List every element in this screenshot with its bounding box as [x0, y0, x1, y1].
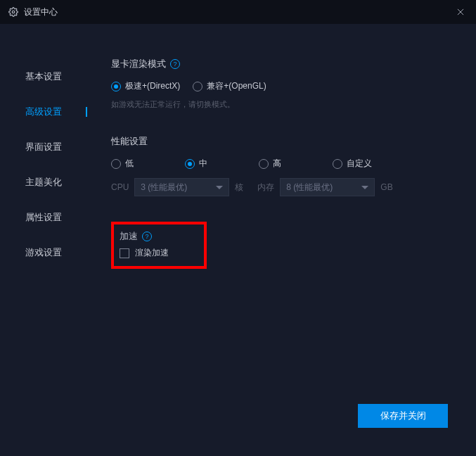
- save-button-label: 保存并关闭: [380, 410, 426, 422]
- render-mode-title: 显卡渲染模式: [111, 58, 166, 70]
- radio-label: 中: [199, 158, 207, 170]
- mem-unit: GB: [380, 182, 392, 192]
- radio-label: 极速+(DirectX): [125, 80, 180, 92]
- section-title: 显卡渲染模式 ?: [111, 58, 455, 70]
- radio-circle-icon: [111, 82, 121, 91]
- sidebar-item-basic[interactable]: 基本设置: [0, 59, 90, 94]
- radio-label: 低: [125, 158, 134, 170]
- highlight-box: 加速 ? 渲染加速: [111, 222, 207, 269]
- sidebar-item-property[interactable]: 属性设置: [0, 200, 90, 235]
- radio-circle-icon: [259, 159, 269, 169]
- section-acceleration: 加速 ? 渲染加速: [111, 222, 455, 269]
- radio-custom[interactable]: 自定义: [333, 158, 406, 170]
- radio-low[interactable]: 低: [111, 158, 185, 170]
- mem-dropdown[interactable]: 8 (性能最优): [280, 178, 375, 196]
- help-icon[interactable]: ?: [170, 59, 180, 69]
- chevron-down-icon: [361, 186, 368, 189]
- titlebar-left: 设置中心: [8, 6, 58, 18]
- sidebar: 基本设置 高级设置 界面设置 主题美化 属性设置 游戏设置: [0, 24, 90, 456]
- sidebar-item-game[interactable]: 游戏设置: [0, 235, 90, 270]
- svg-point-0: [12, 11, 15, 13]
- sidebar-item-label: 主题美化: [25, 176, 62, 189]
- sidebar-item-theme[interactable]: 主题美化: [0, 165, 90, 200]
- section-title: 性能设置: [111, 135, 455, 148]
- save-and-close-button[interactable]: 保存并关闭: [358, 404, 448, 428]
- render-mode-hint: 如游戏无法正常运行，请切换模式。: [111, 99, 455, 110]
- mem-label: 内存: [257, 182, 274, 194]
- chevron-down-icon: [216, 186, 223, 189]
- cpu-dropdown[interactable]: 3 (性能最优): [134, 178, 229, 196]
- window-title: 设置中心: [24, 6, 58, 18]
- close-button[interactable]: [454, 5, 468, 19]
- sidebar-item-label: 界面设置: [25, 141, 62, 153]
- render-accel-checkbox[interactable]: [120, 248, 129, 258]
- radio-circle-icon: [111, 159, 121, 169]
- cpu-value: 3 (性能最优): [141, 182, 187, 194]
- mem-value: 8 (性能最优): [286, 182, 333, 194]
- radio-medium[interactable]: 中: [185, 158, 259, 170]
- radio-circle-icon: [193, 82, 202, 91]
- radio-circle-icon: [185, 159, 195, 169]
- sidebar-item-label: 高级设置: [25, 106, 62, 118]
- sidebar-item-advanced[interactable]: 高级设置: [0, 94, 90, 129]
- radio-high[interactable]: 高: [259, 158, 333, 170]
- render-accel-label: 渲染加速: [135, 247, 169, 259]
- cpu-label: CPU: [111, 182, 129, 192]
- accel-title: 加速: [120, 230, 138, 243]
- gear-icon: [8, 7, 18, 17]
- sidebar-item-label: 基本设置: [25, 70, 62, 83]
- help-icon[interactable]: ?: [142, 232, 152, 241]
- sidebar-item-label: 游戏设置: [25, 246, 62, 259]
- radio-circle-icon: [333, 159, 342, 169]
- section-render-mode: 显卡渲染模式 ? 极速+(DirectX) 兼容+(OpenGL) 如游戏无法正…: [111, 58, 455, 110]
- radio-label: 高: [273, 158, 281, 170]
- section-performance: 性能设置 低 中 高 自定义: [111, 135, 455, 196]
- radio-opengl[interactable]: 兼容+(OpenGL): [193, 80, 266, 92]
- cores-unit: 核: [235, 182, 243, 194]
- radio-label: 兼容+(OpenGL): [207, 80, 266, 92]
- sidebar-item-interface[interactable]: 界面设置: [0, 129, 90, 165]
- radio-label: 自定义: [347, 158, 372, 170]
- titlebar: 设置中心: [0, 0, 476, 24]
- performance-title: 性能设置: [111, 135, 148, 148]
- radio-directx[interactable]: 极速+(DirectX): [111, 80, 180, 92]
- sidebar-item-label: 属性设置: [25, 211, 62, 224]
- content: 显卡渲染模式 ? 极速+(DirectX) 兼容+(OpenGL) 如游戏无法正…: [90, 24, 476, 456]
